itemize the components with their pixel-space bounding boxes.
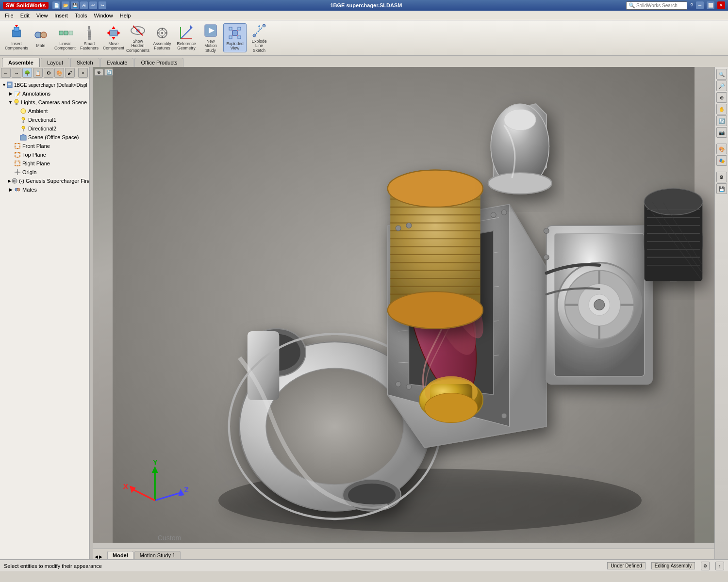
redo-button[interactable]: ↪ [99,1,106,9]
menu-view[interactable]: View [33,12,51,19]
tree-item-top-plane[interactable]: Top Plane [0,150,89,159]
undo-button[interactable]: ↩ [89,1,97,9]
viewport-outer: ⊕ 🔄 ✋ 🔍 📷 🎨 👁 🎭 🌐 Exploded View [93,67,714,559]
svg-point-99 [425,393,478,423]
bottom-scroll-right[interactable]: ▶ [99,554,102,559]
status-expand-btn[interactable]: ↑ [715,562,724,570]
tree-item-lights[interactable]: ▼ Lights, Cameras and Scene [0,98,89,107]
annotations-icon: 📝 [14,90,21,97]
right-save-view-btn[interactable]: 💾 [716,183,727,194]
body: ← → 🌳 📋 ⚙ 🎨 🖌 » ▼ 1BGE superchager (Defa… [0,67,728,559]
tree-item-genesis[interactable]: ▶ ⚙ (-) Genesis Supercharger Final [0,177,89,185]
search-input[interactable] [636,3,685,8]
close-button[interactable]: ✕ [717,1,725,9]
mate-icon [33,27,49,43]
top-plane-icon [14,151,21,159]
svg-line-46 [232,35,232,36]
tab-office-products[interactable]: Office Products [134,58,183,67]
svg-rect-55 [8,84,11,85]
right-settings-btn[interactable]: ⚙ [716,172,727,182]
panel-config-btn[interactable]: ⚙ [44,68,53,78]
mate-button[interactable]: Mate [29,23,52,52]
panel-properties-btn[interactable]: 📋 [33,68,43,78]
tree-item-front-plane[interactable]: Front Plane [0,142,89,150]
insert-components-button[interactable]: InsertComponents [5,23,28,52]
search-box[interactable]: 🔍 [626,1,687,10]
right-rotate-btn[interactable]: 🔄 [716,115,727,126]
menu-window[interactable]: Window [91,12,116,19]
new-motion-study-button[interactable]: NewMotionStudy [199,23,222,52]
tree-item-origin[interactable]: Origin [0,168,89,177]
linear-component-button[interactable]: LinearComponent [53,23,77,52]
panel-forward-btn[interactable]: → [12,68,21,78]
menu-edit[interactable]: Edit [17,12,33,19]
menu-insert[interactable]: Insert [51,12,71,19]
panel-expand-btn[interactable]: » [78,68,88,78]
tree-item-ambient[interactable]: Ambient [0,107,89,115]
mate-label: Mate [36,44,46,48]
explode-line-sketch-icon [251,23,267,38]
right-appear-btn[interactable]: 🎭 [716,155,727,166]
svg-point-57 [15,99,18,103]
tab-layout[interactable]: Layout [41,58,69,67]
right-view-btn[interactable]: 📷 [716,127,727,138]
top-plane-label: Top Plane [22,152,46,158]
viewport-hscroll[interactable] [93,543,714,549]
svg-marker-13 [87,29,91,31]
bottom-tab-motion-study[interactable]: Motion Study 1 [134,551,181,559]
right-zoom-out-btn[interactable]: 🔎 [716,81,727,91]
menu-help[interactable]: Help [117,12,134,19]
svg-text:Z: Z [184,485,188,494]
assembly-features-button[interactable]: AssemblyFeatures [150,23,174,52]
svg-rect-58 [16,103,17,105]
help-icon[interactable]: ? [690,2,693,8]
right-display-btn[interactable]: 🎨 [716,144,727,154]
lights-icon [13,98,20,106]
move-component-button[interactable]: MoveComponent [102,23,125,52]
tree-item-annotations[interactable]: ▶ 📝 Annotations [0,89,89,98]
svg-point-116 [388,291,483,328]
app-logo[interactable]: SWSolidWorks [3,2,49,9]
right-zoom-fit-btn[interactable]: ⊕ [716,92,727,103]
print-button[interactable]: 🖨 [80,1,88,9]
minimize-button[interactable]: ─ [696,1,704,9]
panel-display-states-btn[interactable]: 🎨 [54,68,64,78]
bottom-scroll-left[interactable]: ◀ [95,554,98,559]
save-button[interactable]: 💾 [71,1,79,9]
panel-feature-tree-btn[interactable]: 🌳 [22,68,32,78]
svg-point-4 [35,32,41,38]
tree-item-directional2[interactable]: Directional2 [0,124,89,133]
svg-rect-42 [229,36,232,39]
tab-evaluate[interactable]: Evaluate [100,58,134,67]
restore-button[interactable]: ⬜ [707,1,714,9]
tree-item-directional1[interactable]: Directional1 [0,115,89,124]
right-zoom-in-btn[interactable]: 🔍 [716,69,727,80]
menu-tools[interactable]: Tools [72,12,90,19]
svg-point-149 [491,212,496,218]
tree-item-root[interactable]: ▼ 1BGE superchager (Default<Displ [0,81,89,89]
smart-fasteners-label: SmartFasteners [80,42,99,51]
main-viewport[interactable]: ⊕ 🔄 ✋ 🔍 📷 🎨 👁 🎭 🌐 Exploded View [93,67,714,543]
tab-assemble[interactable]: Assemble [2,58,40,67]
right-pan-btn[interactable]: ✋ [716,104,727,114]
panel-appearance-btn[interactable]: 🖌 [65,68,75,78]
tree-item-scene[interactable]: Scene (Office Space) [0,133,89,142]
new-button[interactable]: 📄 [52,1,60,9]
show-hidden-button[interactable]: ShowHiddenComponents [126,23,149,52]
tree-item-mates[interactable]: ▶ Mates [0,185,89,194]
bottom-tab-model[interactable]: Model [107,551,133,559]
explode-line-sketch-button[interactable]: ExplodeLineSketch [248,23,271,52]
open-button[interactable]: 📂 [62,1,69,9]
status-settings-btn[interactable]: ⚙ [701,562,710,570]
mates-label: Mates [22,187,37,193]
exploded-view-button[interactable]: Exploded View [223,23,247,52]
menu-file[interactable]: File [2,12,17,19]
svg-rect-70 [15,161,20,166]
reference-geometry-button[interactable]: ReferenceGeometry [175,23,198,52]
tab-sketch[interactable]: Sketch [70,58,99,67]
tree-item-right-plane[interactable]: Right Plane [0,159,89,168]
svg-rect-18 [110,30,117,36]
smart-fasteners-button[interactable]: SmartFasteners [78,23,101,52]
panel-back-btn[interactable]: ← [1,68,11,78]
show-hidden-icon [130,23,146,38]
